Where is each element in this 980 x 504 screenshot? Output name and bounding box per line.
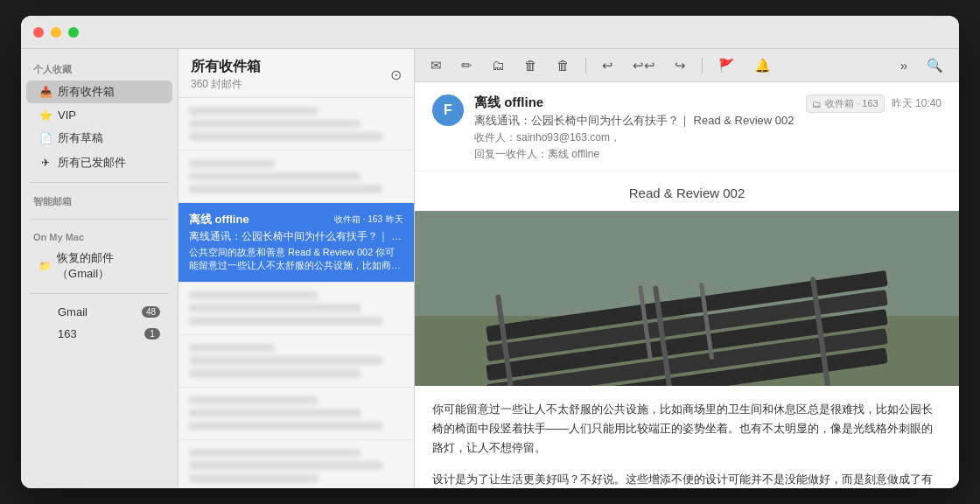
newsletter-title: Read & Review 002 <box>415 172 959 211</box>
email-from-name: 离线 offline <box>474 94 794 111</box>
toolbar-compose-icon[interactable]: ✏ <box>458 54 476 77</box>
blur-line <box>189 449 360 458</box>
sidebar-item-gmail-label: Gmail <box>58 305 88 318</box>
sidebar-item-sent-label: 所有已发邮件 <box>58 155 126 171</box>
email-list-count: 360 封邮件 <box>191 77 261 92</box>
filter-icon[interactable]: ⊙ <box>390 66 402 83</box>
email-subject-line: 离线通讯：公园长椅中间为什么有扶手？｜ Read & Review 002 <box>474 113 794 129</box>
toolbar-search-icon[interactable]: 🔍 <box>923 54 947 77</box>
main-content: 个人收藏 📥 所有收件箱 ⭐ VIP 📄 所有草稿 ✈ 所有已发邮件 智能邮箱 … <box>21 49 959 488</box>
folder-icon: 📁 <box>38 260 52 272</box>
drafts-icon: 📄 <box>38 132 52 144</box>
reader-toolbar: ✉ ✏ 🗂 🗑 🗑 ↩ ↩↩ ↪ 🚩 🔔 » 🔍 <box>415 49 959 82</box>
sidebar-item-vip[interactable]: ⭐ VIP <box>26 105 172 125</box>
blur-line <box>189 172 360 181</box>
toolbar-delete-icon[interactable]: 🗑 <box>521 54 541 76</box>
toolbar-notify-icon[interactable]: 🔔 <box>751 54 774 77</box>
sidebar-item-drafts[interactable]: 📄 所有草稿 <box>26 127 172 150</box>
gmail-badge: 48 <box>142 306 160 318</box>
email-paragraph-2: 设计是为了让生活更美好吗？不好说。这些增添不便的设计可能并不是没能做好，而是刻意… <box>432 470 942 488</box>
mailbox-folder-icon: 🗂 <box>812 99 822 109</box>
blur-line <box>189 396 318 405</box>
email-item-selected[interactable]: 离线 offline 收件箱 · 163 昨天 离线通讯：公园长椅中间为什么有扶… <box>178 203 414 283</box>
blur-line <box>189 474 318 483</box>
blur-line <box>189 461 382 470</box>
toolbar-more-icon[interactable]: » <box>897 54 911 76</box>
toolbar-junk-icon[interactable]: 🗑 <box>553 54 573 76</box>
blur-line <box>189 120 360 129</box>
close-button[interactable] <box>33 27 44 38</box>
blur-line <box>189 132 382 141</box>
maximize-button[interactable] <box>68 27 79 38</box>
toolbar-forward-icon[interactable]: ↪ <box>671 54 690 77</box>
email-item-top: 离线 offline 收件箱 · 163 昨天 <box>189 212 403 228</box>
toolbar-flag-icon[interactable]: 🚩 <box>715 54 738 77</box>
email-preview: 公共空间的故意和善意 Read & Review 002 你可能留意过一些让人不… <box>189 246 403 273</box>
vip-icon: ⭐ <box>38 109 52 122</box>
email-time: 昨天 <box>386 214 403 226</box>
minimize-button[interactable] <box>51 27 61 38</box>
blur-line <box>189 107 318 116</box>
list-item[interactable] <box>178 388 414 440</box>
email-mailbox: 收件箱 · 163 <box>334 214 382 226</box>
sidebar-item-recovered[interactable]: 📁 恢复的邮件（Gmail） <box>26 247 172 285</box>
blur-line <box>189 159 275 168</box>
blur-line <box>189 344 275 353</box>
toolbar-separator-1 <box>585 58 586 74</box>
sidebar-item-sent[interactable]: ✈ 所有已发邮件 <box>26 151 172 174</box>
email-header-left: F 离线 offline 离线通讯：公园长椅中间为什么有扶手？｜ Read & … <box>432 94 794 162</box>
blur-line <box>189 185 382 193</box>
sent-icon: ✈ <box>38 157 52 169</box>
email-body[interactable]: Read & Review 002 <box>415 172 959 488</box>
mailbox-badge: 🗂 收件箱 · 163 <box>806 94 885 113</box>
main-window: 个人收藏 📥 所有收件箱 ⭐ VIP 📄 所有草稿 ✈ 所有已发邮件 智能邮箱 … <box>21 16 959 488</box>
email-header-top: F 离线 offline 离线通讯：公园长椅中间为什么有扶手？｜ Read & … <box>432 94 942 162</box>
email-text-content: 你可能留意过一些让人不太舒服的公共设施，比如商场里的卫生间和休息区总是很难找，比… <box>415 386 959 488</box>
blur-line <box>189 304 360 312</box>
sidebar-divider-1 <box>30 182 169 183</box>
avatar: F <box>432 94 464 126</box>
inbox-icon: 📥 <box>38 86 52 98</box>
list-item[interactable] <box>178 283 414 335</box>
sidebar-item-gmail[interactable]: Gmail 48 <box>26 302 172 322</box>
toolbar-reply-all-icon[interactable]: ↩↩ <box>629 54 659 77</box>
toolbar-archive-icon[interactable]: 🗂 <box>488 54 508 76</box>
list-item[interactable] <box>178 440 414 488</box>
email-paragraph-1: 你可能留意过一些让人不太舒服的公共设施，比如商场里的卫生间和休息区总是很难找，比… <box>432 400 942 458</box>
blur-line <box>189 422 382 430</box>
blur-line <box>189 409 360 417</box>
sidebar-item-inbox[interactable]: 📥 所有收件箱 <box>26 80 172 103</box>
sidebar-item-recovered-label: 恢复的邮件（Gmail） <box>57 250 160 282</box>
163-badge: 1 <box>144 328 160 340</box>
sidebar-section-mac: On My Mac <box>21 227 178 246</box>
email-header-info: 离线 offline 离线通讯：公园长椅中间为什么有扶手？｜ Read & Re… <box>474 94 794 162</box>
email-time-display: 昨天 10:40 <box>892 96 942 111</box>
email-list-header: 所有收件箱 360 封邮件 ⊙ <box>178 49 414 98</box>
toolbar-separator-2 <box>702 58 703 74</box>
email-list-panel: 所有收件箱 360 封邮件 ⊙ <box>178 49 415 488</box>
email-meta: 收件箱 · 163 昨天 <box>334 214 403 226</box>
list-item[interactable] <box>178 335 414 388</box>
sidebar-item-vip-label: VIP <box>58 108 76 122</box>
toolbar-email-icon[interactable]: ✉ <box>427 54 445 77</box>
email-reply-to-line: 回复一收件人：离线 offline <box>474 147 794 162</box>
sidebar-divider-2 <box>30 219 169 220</box>
email-body-inner: Read & Review 002 <box>415 172 959 488</box>
email-list-scroll[interactable]: 离线 offline 收件箱 · 163 昨天 离线通讯：公园长椅中间为什么有扶… <box>178 98 414 488</box>
blur-line <box>189 369 360 378</box>
sidebar-item-163[interactable]: 163 1 <box>26 324 172 344</box>
blur-line <box>189 356 382 365</box>
blur-line <box>189 291 318 300</box>
list-item[interactable] <box>178 150 414 203</box>
email-header: F 离线 offline 离线通讯：公园长椅中间为什么有扶手？｜ Read & … <box>415 82 959 172</box>
toolbar-reply-icon[interactable]: ↩ <box>598 54 617 77</box>
sidebar-item-163-label: 163 <box>58 327 77 340</box>
email-header-right: 🗂 收件箱 · 163 昨天 10:40 <box>806 94 942 113</box>
titlebar <box>21 16 959 49</box>
email-reader: ✉ ✏ 🗂 🗑 🗑 ↩ ↩↩ ↪ 🚩 🔔 » 🔍 <box>415 49 959 488</box>
sidebar: 个人收藏 📥 所有收件箱 ⭐ VIP 📄 所有草稿 ✈ 所有已发邮件 智能邮箱 … <box>21 49 178 488</box>
blur-line <box>189 317 382 326</box>
traffic-lights <box>33 27 79 38</box>
list-item[interactable] <box>178 98 414 150</box>
sidebar-section-smart: 智能邮箱 <box>21 190 178 212</box>
